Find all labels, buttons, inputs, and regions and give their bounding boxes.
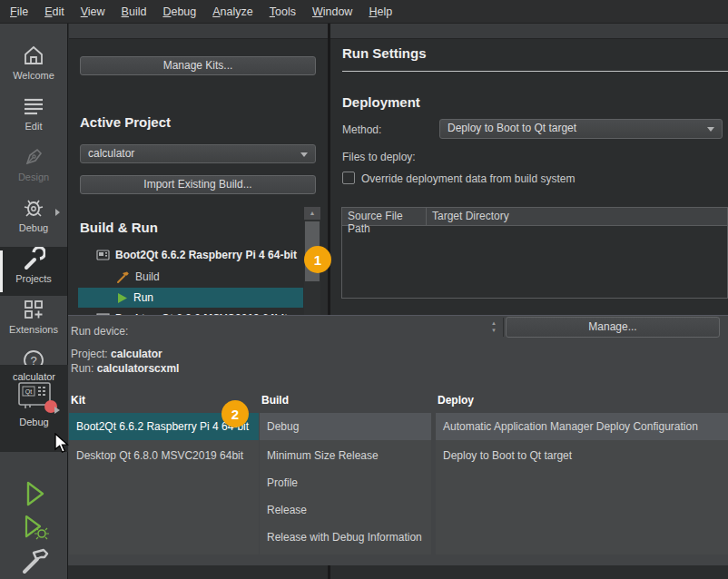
sidebar-item-projects[interactable]: Projects [0, 247, 67, 296]
tree-item-build[interactable]: Build [116, 268, 160, 286]
svg-text:Qt: Qt [25, 388, 31, 396]
build-option-release-debug-info[interactable]: Release with Debug Information [260, 526, 431, 549]
kit-column: Boot2Qt 6.6.2 Raspberry Pi 4 64-bit Desk… [69, 413, 259, 554]
edit-lines-icon [22, 94, 45, 118]
build-button[interactable] [0, 546, 68, 577]
title-underline [342, 71, 728, 72]
hammer-icon [116, 270, 130, 284]
qt-creator-window: File Edit View Build Debug Analyze Tools… [0, 0, 728, 579]
files-to-deploy-label: Files to deploy: [342, 151, 416, 163]
menu-help[interactable]: Help [360, 2, 400, 22]
debug-run-icon [20, 513, 49, 542]
deploy-column-header: Deploy [438, 394, 474, 407]
scrollbar-up-icon[interactable]: ▲ [304, 207, 320, 220]
sidebar-item-debug[interactable]: Debug [0, 196, 67, 245]
mouse-cursor [54, 433, 70, 457]
target-selector-popup: Run device: ▲ ▼ Manage... Project: calcu… [68, 315, 728, 565]
menu-build[interactable]: Build [113, 2, 155, 22]
debug-run-button[interactable] [0, 513, 68, 544]
build-option-min-size-release[interactable]: Minimum Size Release [260, 445, 431, 467]
kit-selector-project-label: calculator [0, 365, 68, 382]
menu-edit[interactable]: Edit [36, 2, 73, 22]
active-project-heading: Active Project [80, 114, 171, 130]
run-device-label: Run device: [71, 325, 128, 338]
run-device-spinner[interactable]: ▲ ▼ [489, 319, 498, 334]
manage-devices-button[interactable]: Manage... [506, 317, 720, 338]
table-header-row: Source File Path Target Directory [342, 208, 727, 226]
run-triangle-icon [116, 292, 128, 304]
kit-option-desktop[interactable]: Desktop Qt 6.8.0 MSVC2019 64bit [69, 445, 259, 467]
deploy-column: Automatic Application Manager Deploy Con… [436, 413, 728, 554]
mid-panel-header [69, 24, 328, 39]
menu-tools[interactable]: Tools [261, 2, 304, 22]
manage-kits-button[interactable]: Manage Kits... [80, 56, 316, 75]
files-to-deploy-table: Source File Path Target Directory [341, 207, 728, 299]
sidebar-item-welcome[interactable]: Welcome [0, 44, 67, 93]
build-column: Debug Minimum Size Release Profile Relea… [260, 413, 431, 554]
kit-column-header: Kit [71, 394, 85, 407]
build-option-debug[interactable]: Debug [260, 413, 431, 440]
run-line: Run: calculatorscxml [71, 362, 179, 375]
deployment-method-dropdown[interactable]: Deploy to Boot to Qt target [439, 119, 723, 139]
bug-icon [22, 196, 45, 220]
menu-view[interactable]: View [73, 2, 113, 22]
run-value: calculatorscxml [97, 362, 180, 375]
step-badge-1: 1 [304, 246, 331, 273]
menu-debug[interactable]: Debug [154, 2, 204, 22]
dropdown-arrow-icon [300, 152, 308, 157]
build-and-run-heading: Build & Run [80, 220, 158, 235]
sidebar-item-edit[interactable]: Edit [0, 94, 67, 143]
build-column-header: Build [261, 394, 289, 407]
build-option-release[interactable]: Release [260, 499, 431, 522]
sidebar-item-design: Design [0, 145, 67, 194]
extensions-icon [22, 298, 45, 321]
active-project-dropdown[interactable]: calculator [80, 144, 316, 163]
import-existing-build-button[interactable]: Import Existing Build... [80, 175, 316, 194]
debug-flyout-arrow-icon[interactable] [55, 209, 60, 216]
method-label: Method: [342, 123, 381, 136]
run-play-icon [21, 479, 48, 508]
sidebar-item-extensions[interactable]: Extensions [0, 298, 67, 347]
menu-analyze[interactable]: Analyze [204, 2, 261, 22]
override-deployment-label: Override deployment data from build syst… [361, 172, 575, 185]
column-target-directory[interactable]: Target Directory [426, 208, 515, 225]
run-settings-title: Run Settings [342, 45, 427, 61]
embedded-device-icon [96, 250, 110, 261]
override-deployment-checkbox[interactable] [342, 172, 355, 184]
deploy-option-boot2qt[interactable]: Deploy to Boot to Qt target [436, 445, 728, 467]
tree-item-run[interactable]: Run [78, 288, 303, 308]
target-device-icon: Qt [18, 399, 51, 412]
spinner-separator [503, 318, 504, 337]
build-option-profile[interactable]: Profile [260, 472, 431, 495]
tree-kit-boot2qt[interactable]: Boot2Qt 6.6.2 Raspberry Pi 4 64-bit [96, 246, 297, 264]
project-line: Project: calculator [71, 348, 162, 360]
wrench-icon [22, 247, 45, 270]
step-badge-2: 2 [221, 400, 249, 427]
run-button[interactable] [0, 479, 68, 510]
menu-window[interactable]: Window [304, 2, 360, 22]
menu-bar: File Edit View Build Debug Analyze Tools… [0, 0, 728, 24]
right-panel-header [330, 24, 728, 39]
deployment-heading: Deployment [342, 94, 420, 110]
kit-selector-expand-icon[interactable] [54, 407, 60, 414]
pen-icon [22, 145, 45, 169]
project-value: calculator [111, 348, 162, 360]
kit-selector-config-label: Debug [0, 417, 68, 427]
menu-file[interactable]: File [2, 2, 36, 22]
dropdown-arrow-icon [707, 127, 714, 132]
column-source-file-path[interactable]: Source File Path [342, 208, 426, 225]
build-hammer-icon [19, 546, 50, 577]
home-icon [22, 44, 45, 67]
deploy-option-appman[interactable]: Automatic Application Manager Deploy Con… [436, 413, 728, 440]
